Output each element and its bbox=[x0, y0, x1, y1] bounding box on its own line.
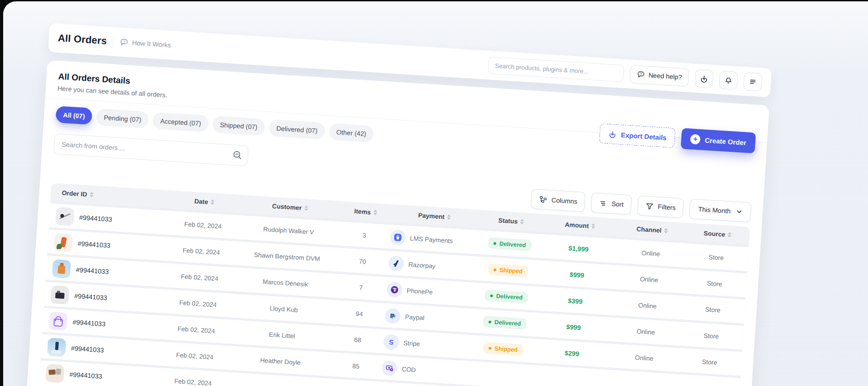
column-header-items[interactable]: Items bbox=[340, 207, 392, 217]
topbar-spacer bbox=[177, 46, 482, 65]
bell-icon bbox=[724, 75, 733, 85]
product-thumbnail bbox=[45, 364, 64, 383]
amount-cell: $299 bbox=[537, 348, 607, 359]
column-header-date[interactable]: Date bbox=[168, 196, 241, 207]
app-canvas: All Orders ? How It Works ? bbox=[3, 1, 868, 386]
order-cell: #99441033 bbox=[53, 207, 167, 232]
how-it-works-label: How It Works bbox=[132, 39, 171, 49]
payment-name: LMS Payments bbox=[410, 234, 453, 244]
download-icon bbox=[699, 74, 709, 83]
status-badge: Delivered bbox=[485, 290, 528, 304]
customer-cell: Marcos Denesik bbox=[236, 276, 335, 289]
filter-funnel-icon bbox=[645, 202, 654, 211]
customer-cell: Shawn Bergstrom DVM bbox=[237, 250, 337, 264]
tab-pending[interactable]: Pending (07) bbox=[96, 108, 149, 128]
phonepe-icon bbox=[387, 281, 403, 297]
order-id: #99441033 bbox=[76, 266, 109, 275]
sort-arrows-icon bbox=[728, 232, 732, 237]
sort-arrows-icon bbox=[211, 199, 215, 205]
sort-label: Sort bbox=[611, 200, 624, 208]
payment-cell: LMS Payments bbox=[390, 229, 476, 250]
customer-cell: Lloyd Kub bbox=[234, 302, 334, 315]
column-header-payment[interactable]: Payment bbox=[392, 210, 478, 222]
search-icon bbox=[231, 149, 243, 160]
tab-other[interactable]: Other (42) bbox=[329, 123, 374, 142]
customer-cell: Erik Littel bbox=[232, 328, 332, 342]
payment-cell: COD bbox=[382, 360, 468, 381]
order-cell: #99441033 bbox=[52, 233, 166, 258]
tab-delivered[interactable]: Delivered (07) bbox=[269, 119, 325, 140]
order-id: #99441033 bbox=[72, 318, 105, 328]
how-it-works-link[interactable]: ? How It Works bbox=[120, 38, 171, 49]
column-header-source[interactable]: Source bbox=[689, 229, 746, 240]
status-dot-icon bbox=[489, 347, 491, 349]
items-cell: 7 bbox=[335, 282, 387, 292]
need-help-button[interactable]: ? Need help? bbox=[629, 65, 689, 87]
status-dot-icon bbox=[490, 294, 493, 297]
razorpay-icon bbox=[388, 255, 404, 272]
payment-name: COD bbox=[401, 365, 416, 373]
status-badge: Delivered bbox=[483, 315, 527, 330]
page-title: All Orders bbox=[57, 32, 107, 47]
sort-button[interactable]: Sort bbox=[590, 193, 632, 215]
product-thumbnail bbox=[55, 207, 74, 226]
column-header-order-id[interactable]: Order ID bbox=[55, 189, 169, 203]
customer-cell: Rudolph Walker V bbox=[239, 224, 339, 237]
column-header-channel[interactable]: Channel bbox=[615, 224, 690, 235]
period-label: This Month bbox=[698, 206, 731, 215]
svg-text:?: ? bbox=[640, 72, 642, 76]
amount-cell: $399 bbox=[540, 295, 611, 307]
amount-cell: $999 bbox=[538, 321, 609, 333]
column-label: Order ID bbox=[61, 189, 87, 198]
column-header-customer[interactable]: Customer bbox=[240, 200, 340, 214]
notifications-button[interactable] bbox=[719, 71, 738, 89]
column-label: Amount bbox=[565, 221, 589, 229]
source-cell: Store bbox=[686, 278, 743, 289]
period-select[interactable]: This Month bbox=[689, 199, 751, 222]
date-cell: Feb 02, 2024 bbox=[162, 297, 235, 309]
status-cell: Delivered bbox=[471, 315, 539, 330]
filters-button[interactable]: Filters bbox=[637, 195, 684, 218]
column-header-status[interactable]: Status bbox=[477, 215, 545, 226]
status-dot-icon bbox=[494, 268, 496, 271]
tab-shipped[interactable]: Shipped (07) bbox=[212, 116, 265, 136]
column-header-amount[interactable]: Amount bbox=[545, 220, 615, 231]
export-details-button[interactable]: Export Details bbox=[599, 123, 675, 148]
source-cell: Store bbox=[681, 357, 738, 367]
page-content: All Orders ? How It Works ? bbox=[25, 18, 772, 386]
column-label: Status bbox=[498, 217, 518, 225]
paypal-icon: PP bbox=[385, 307, 401, 324]
order-id: #99441033 bbox=[74, 292, 107, 301]
global-search-input[interactable] bbox=[488, 56, 624, 82]
columns-button[interactable]: Columns bbox=[531, 189, 586, 212]
date-cell: Feb 02, 2024 bbox=[157, 376, 230, 386]
svg-text:?: ? bbox=[123, 40, 126, 44]
customer-cell bbox=[229, 384, 329, 386]
column-label: Payment bbox=[418, 212, 444, 221]
stripe-icon: S bbox=[383, 334, 399, 350]
order-cell: #99441033 bbox=[47, 311, 161, 336]
items-cell: 70 bbox=[336, 256, 389, 266]
channel-cell: Online bbox=[613, 247, 689, 259]
date-cell: Feb 02, 2024 bbox=[158, 350, 231, 362]
chevron-down-icon bbox=[736, 208, 743, 215]
sort-arrows-icon bbox=[373, 210, 377, 215]
svg-text:P: P bbox=[392, 313, 396, 320]
sort-arrows-icon bbox=[520, 219, 524, 224]
order-id: #99441033 bbox=[69, 371, 102, 380]
tab-accepted[interactable]: Accepted (07) bbox=[152, 112, 208, 132]
status-badge: Shipped bbox=[488, 264, 528, 277]
lms-icon bbox=[390, 229, 406, 245]
items-cell: 94 bbox=[333, 308, 386, 319]
source-cell: Store bbox=[684, 304, 741, 315]
channel-cell: Online bbox=[607, 352, 682, 363]
order-cell: #99441033 bbox=[45, 337, 159, 362]
tab-all[interactable]: All (07) bbox=[55, 106, 93, 125]
product-thumbnail bbox=[50, 285, 69, 304]
columns-icon bbox=[538, 195, 547, 204]
download-button[interactable] bbox=[694, 69, 713, 88]
amount-cell: $999 bbox=[542, 269, 612, 281]
product-thumbnail bbox=[49, 311, 68, 330]
menu-button[interactable] bbox=[743, 72, 762, 91]
column-label: Date bbox=[194, 198, 208, 206]
